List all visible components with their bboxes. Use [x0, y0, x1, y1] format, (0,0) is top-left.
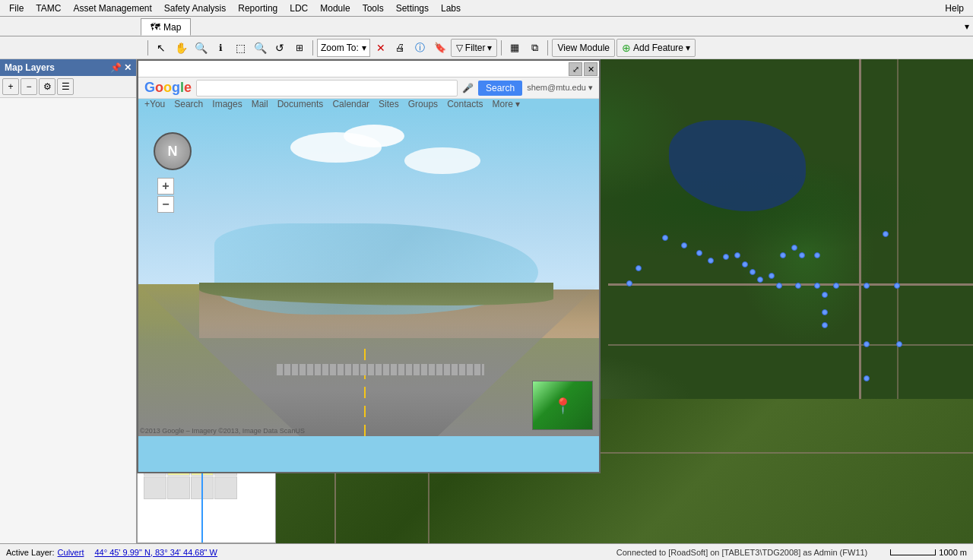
- sv-nav-sites[interactable]: Sites: [379, 99, 399, 109]
- sv-zoom-in[interactable]: +: [157, 178, 174, 195]
- streetview-panel: ⤢ ✕ Google 🎤 Search shem@mtu.edu ▾ +You …: [137, 59, 601, 473]
- status-bar: Active Layer: Culvert 44° 45' 9.99" N, 8…: [0, 543, 973, 560]
- scale-bar: 1000 m: [890, 548, 967, 557]
- add-feature-button[interactable]: ⊕ Add Feature ▾: [616, 39, 696, 57]
- sv-mic-icon[interactable]: 🎤: [462, 83, 474, 93]
- sv-minimap: 📍: [532, 381, 593, 430]
- sv-nav-documents[interactable]: Documents: [277, 99, 324, 109]
- tool-zoom-in[interactable]: 🔍: [192, 39, 210, 57]
- sv-nav-items: +You Search Images Mail Documents Calend…: [138, 99, 599, 109]
- menu-safety-analysis[interactable]: Safety Analysis: [158, 2, 232, 15]
- menu-module[interactable]: Module: [314, 2, 356, 15]
- sv-zoom-out[interactable]: −: [157, 196, 174, 213]
- map-layers-panel: Map Layers 📌 ✕ + − ⚙ ☰: [0, 59, 137, 543]
- ov-cell-16: [214, 476, 237, 499]
- sv-watermark: ©2013 Google – Imagery ©2013, Image Data…: [140, 427, 305, 435]
- ov-cell-13: [144, 476, 166, 499]
- tool-print[interactable]: 🖨: [391, 39, 410, 57]
- add-feature-icon: ⊕: [622, 42, 631, 54]
- sv-searchbar: 🎤: [196, 80, 474, 96]
- sv-street-image: N + − 📍 ©2013 Google – Imagery ©2013, Im…: [138, 109, 599, 436]
- tool-zoom-out[interactable]: 🔍: [251, 39, 269, 57]
- filter-dropdown-icon: ▾: [487, 43, 492, 53]
- tool-select[interactable]: ⬚: [231, 39, 249, 57]
- menu-reporting[interactable]: Reporting: [232, 2, 284, 15]
- filter-label: Filter: [465, 43, 486, 53]
- tool-cursor[interactable]: ↖: [152, 39, 170, 57]
- sv-nav-you[interactable]: +You: [144, 99, 165, 109]
- tab-map[interactable]: 🗺 Map: [141, 18, 191, 36]
- google-logo: Google: [144, 80, 192, 96]
- map-tab-label: Map: [163, 22, 181, 33]
- filter-icon: ▽: [456, 43, 463, 53]
- ml-remove[interactable]: −: [21, 78, 37, 95]
- sv-nav-groups[interactable]: Groups: [408, 99, 438, 109]
- view-module-button[interactable]: View Module: [552, 39, 614, 57]
- menu-ldc[interactable]: LDC: [284, 2, 314, 15]
- tool-pan[interactable]: ✋: [172, 39, 190, 57]
- tab-bar: 🗺 Map ▾: [0, 17, 973, 36]
- sv-nav-search[interactable]: Search: [174, 99, 203, 109]
- sv-nav-more[interactable]: More ▾: [492, 99, 520, 109]
- road-horizontal-main: [608, 283, 973, 286]
- tool-refresh[interactable]: ↺: [271, 39, 289, 57]
- sv-guardrail: [277, 364, 484, 375]
- sv-close-button[interactable]: ✕: [584, 62, 597, 76]
- coordinate-link[interactable]: 44° 45' 9.99" N, 83° 34' 44.68" W: [94, 548, 217, 557]
- toolbar: ↖ ✋ 🔍 ℹ ⬚ 🔍 ↺ ⊞ Zoom To: ▾ ✕ 🖨 ⓘ 🔖 ▽ Fil…: [0, 36, 973, 59]
- sv-topbar: ⤢ ✕: [138, 61, 599, 78]
- map-layers-toolbar: + − ⚙ ☰: [0, 76, 136, 98]
- menu-settings[interactable]: Settings: [390, 2, 435, 15]
- map-layers-title: Map Layers: [5, 62, 55, 73]
- tool-extent[interactable]: ⊞: [290, 39, 309, 57]
- tool-grid-view[interactable]: ▦: [506, 39, 524, 57]
- sv-road-line: [364, 345, 366, 436]
- sv-minimap-pin: 📍: [553, 397, 572, 415]
- map-layers-pin[interactable]: 📌: [110, 62, 122, 73]
- ov-cell-14: [167, 476, 190, 499]
- ml-settings[interactable]: ⚙: [39, 78, 55, 95]
- menu-tools[interactable]: Tools: [357, 2, 390, 15]
- menu-tamc[interactable]: TAMC: [30, 2, 67, 15]
- map-tab-icon: 🗺: [151, 21, 160, 33]
- sv-cloud-3: [404, 147, 480, 174]
- sv-nav-contacts[interactable]: Contacts: [447, 99, 483, 109]
- sv-googlebar: Google 🎤 Search shem@mtu.edu ▾: [138, 78, 599, 99]
- ml-add[interactable]: +: [2, 78, 19, 95]
- add-feature-label: Add Feature: [633, 43, 683, 53]
- sv-search-button[interactable]: Search: [478, 81, 522, 96]
- zoom-to-field[interactable]: Zoom To: ▾: [317, 39, 370, 57]
- sv-expand-button[interactable]: ⤢: [569, 62, 582, 76]
- tool-split-view[interactable]: ⧉: [525, 39, 544, 57]
- filter-button[interactable]: ▽ Filter ▾: [451, 39, 498, 57]
- menu-bar: File TAMC Asset Management Safety Analys…: [0, 0, 973, 17]
- scale-label: 1000 m: [939, 548, 967, 557]
- map-area[interactable]: ⤢ ✕ Google 🎤 Search shem@mtu.edu ▾ +You …: [137, 59, 973, 543]
- ml-menu[interactable]: ☰: [57, 78, 74, 95]
- scale-line: [890, 549, 936, 555]
- map-layers-header: Map Layers 📌 ✕: [0, 59, 136, 76]
- tool-identify[interactable]: ℹ: [211, 39, 230, 57]
- menu-file[interactable]: File: [3, 2, 30, 15]
- view-module-label: View Module: [557, 43, 609, 53]
- map-layers-close[interactable]: ✕: [124, 62, 132, 73]
- menu-labs[interactable]: Labs: [435, 2, 467, 15]
- sv-compass: N: [154, 132, 192, 170]
- sv-minimap-image: 📍: [533, 381, 592, 429]
- statusbar-connection: Connected to [RoadSoft] on [TABLET3\TDG2…: [616, 548, 868, 557]
- sv-nav-calendar[interactable]: Calendar: [332, 99, 369, 109]
- sv-nav-images[interactable]: Images: [212, 99, 242, 109]
- sv-user-email: shem@mtu.edu ▾: [527, 83, 593, 93]
- tool-x[interactable]: ✕: [372, 39, 390, 57]
- menu-help[interactable]: Help: [939, 2, 970, 15]
- sv-zoom-controls: + −: [157, 178, 174, 213]
- tab-dropdown-arrow[interactable]: ▾: [961, 17, 973, 36]
- tool-info[interactable]: ⓘ: [411, 39, 429, 57]
- sv-search-input[interactable]: [196, 80, 458, 96]
- add-feature-dropdown: ▾: [686, 43, 690, 53]
- sv-nav-mail[interactable]: Mail: [252, 99, 268, 109]
- menu-asset-management[interactable]: Asset Management: [67, 2, 157, 15]
- active-layer-link[interactable]: Culvert: [58, 548, 84, 557]
- main-area: Map Layers 📌 ✕ + − ⚙ ☰: [0, 59, 973, 543]
- tool-bookmark[interactable]: 🔖: [431, 39, 449, 57]
